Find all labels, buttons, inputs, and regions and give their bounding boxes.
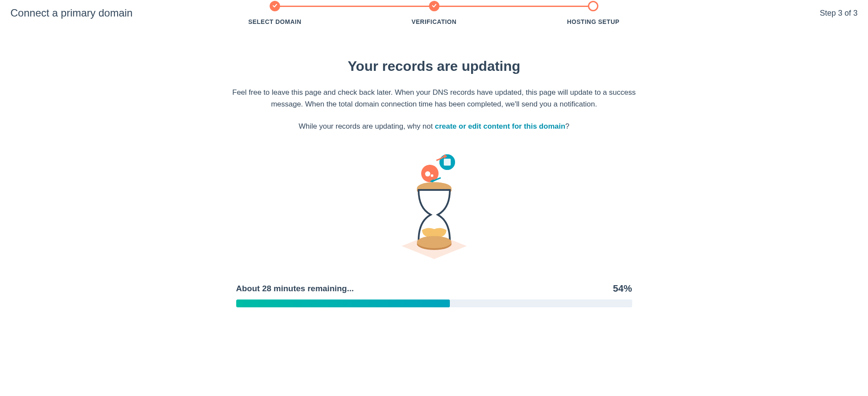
checkmark-icon bbox=[432, 3, 437, 10]
step-select-domain: SELECT DOMAIN bbox=[195, 1, 355, 25]
progress-fill bbox=[236, 299, 450, 307]
time-remaining-label: About 28 minutes remaining... bbox=[236, 284, 354, 293]
prompt-text: While your records are updating, why not… bbox=[228, 122, 641, 131]
prompt-suffix: ? bbox=[565, 122, 569, 130]
step-verification: VERIFICATION bbox=[354, 1, 514, 25]
step-hosting-setup: HOSTING SETUP bbox=[514, 1, 673, 25]
hourglass-illustration bbox=[391, 148, 478, 261]
stepper: SELECT DOMAIN VERIFICATION HOSTING SETUP bbox=[195, 1, 673, 25]
step-circle-current bbox=[588, 1, 598, 11]
step-circle-completed bbox=[270, 1, 280, 11]
page-title: Connect a primary domain bbox=[10, 7, 132, 19]
progress-percent-label: 54% bbox=[613, 283, 632, 294]
description-text: Feel free to leave this page and check b… bbox=[228, 87, 641, 110]
main-heading: Your records are updating bbox=[228, 58, 641, 74]
step-connector bbox=[434, 6, 594, 7]
step-label: HOSTING SETUP bbox=[567, 18, 620, 25]
prompt-prefix: While your records are updating, why not bbox=[299, 122, 435, 130]
create-content-link[interactable]: create or edit content for this domain bbox=[435, 122, 565, 130]
step-connector bbox=[275, 6, 434, 7]
step-indicator: Step 3 of 3 bbox=[820, 9, 858, 18]
svg-rect-2 bbox=[444, 159, 451, 166]
step-label: SELECT DOMAIN bbox=[248, 18, 301, 25]
step-label: VERIFICATION bbox=[412, 18, 457, 25]
checkmark-icon bbox=[272, 3, 277, 10]
progress-bar bbox=[236, 299, 632, 307]
step-circle-completed bbox=[429, 1, 439, 11]
svg-point-11 bbox=[417, 236, 452, 248]
svg-point-4 bbox=[431, 174, 433, 177]
